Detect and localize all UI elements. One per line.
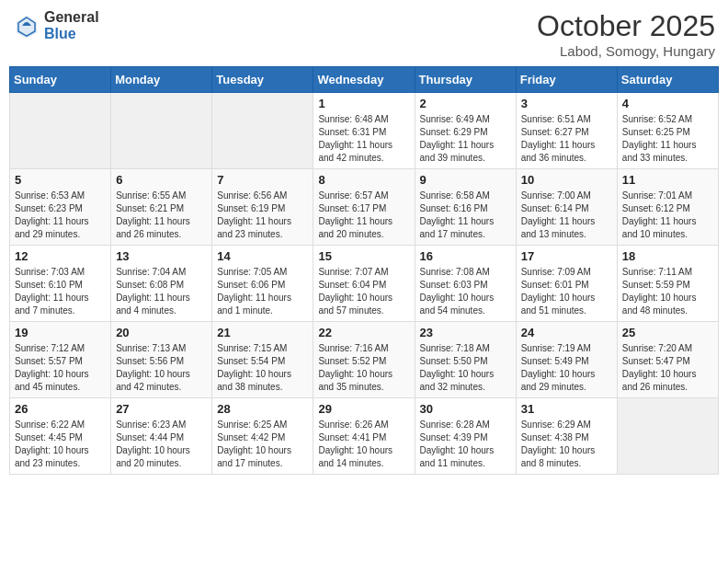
day-number: 18 bbox=[622, 249, 713, 263]
day-number: 14 bbox=[217, 249, 308, 263]
calendar-cell: 12Sunrise: 7:03 AM Sunset: 6:10 PM Dayli… bbox=[10, 246, 111, 322]
day-info: Sunrise: 6:23 AM Sunset: 4:44 PM Dayligh… bbox=[116, 419, 207, 470]
calendar-cell: 31Sunrise: 6:29 AM Sunset: 4:38 PM Dayli… bbox=[516, 398, 617, 475]
day-number: 16 bbox=[420, 249, 511, 263]
day-info: Sunrise: 7:15 AM Sunset: 5:54 PM Dayligh… bbox=[217, 342, 308, 394]
calendar-cell: 2Sunrise: 6:49 AM Sunset: 6:29 PM Daylig… bbox=[415, 93, 516, 169]
weekday-header-thursday: Thursday bbox=[415, 67, 516, 93]
calendar-cell: 19Sunrise: 7:12 AM Sunset: 5:57 PM Dayli… bbox=[10, 322, 111, 398]
logo-text: General Blue bbox=[44, 9, 99, 41]
day-number: 24 bbox=[521, 326, 612, 339]
weekday-header-sunday: Sunday bbox=[10, 67, 111, 93]
day-info: Sunrise: 6:55 AM Sunset: 6:21 PM Dayligh… bbox=[116, 190, 207, 241]
calendar-cell: 24Sunrise: 7:19 AM Sunset: 5:49 PM Dayli… bbox=[516, 322, 617, 398]
day-info: Sunrise: 7:04 AM Sunset: 6:08 PM Dayligh… bbox=[116, 266, 207, 317]
day-number: 29 bbox=[318, 402, 409, 416]
day-number: 26 bbox=[15, 402, 106, 416]
day-info: Sunrise: 7:12 AM Sunset: 5:57 PM Dayligh… bbox=[15, 342, 106, 394]
day-info: Sunrise: 7:03 AM Sunset: 6:10 PM Dayligh… bbox=[15, 266, 106, 317]
day-info: Sunrise: 7:01 AM Sunset: 6:12 PM Dayligh… bbox=[622, 190, 713, 241]
day-info: Sunrise: 7:05 AM Sunset: 6:06 PM Dayligh… bbox=[217, 266, 308, 317]
day-info: Sunrise: 7:19 AM Sunset: 5:49 PM Dayligh… bbox=[521, 342, 612, 394]
day-number: 13 bbox=[116, 249, 207, 263]
calendar-cell: 7Sunrise: 6:56 AM Sunset: 6:19 PM Daylig… bbox=[212, 169, 313, 246]
day-number: 5 bbox=[15, 173, 106, 187]
day-info: Sunrise: 7:07 AM Sunset: 6:04 PM Dayligh… bbox=[318, 266, 409, 317]
weekday-header-friday: Friday bbox=[516, 67, 617, 93]
day-number: 20 bbox=[116, 326, 207, 339]
calendar-cell: 1Sunrise: 6:48 AM Sunset: 6:31 PM Daylig… bbox=[313, 93, 415, 169]
day-number: 3 bbox=[521, 97, 612, 110]
day-info: Sunrise: 7:16 AM Sunset: 5:52 PM Dayligh… bbox=[318, 342, 409, 394]
calendar-cell: 15Sunrise: 7:07 AM Sunset: 6:04 PM Dayli… bbox=[313, 246, 415, 322]
day-info: Sunrise: 6:25 AM Sunset: 4:42 PM Dayligh… bbox=[217, 419, 308, 470]
calendar-cell: 17Sunrise: 7:09 AM Sunset: 6:01 PM Dayli… bbox=[516, 246, 617, 322]
day-info: Sunrise: 7:09 AM Sunset: 6:01 PM Dayligh… bbox=[521, 266, 612, 317]
calendar-cell: 11Sunrise: 7:01 AM Sunset: 6:12 PM Dayli… bbox=[617, 169, 718, 246]
weekday-header-tuesday: Tuesday bbox=[212, 67, 313, 93]
day-number: 19 bbox=[15, 326, 106, 339]
day-info: Sunrise: 6:58 AM Sunset: 6:16 PM Dayligh… bbox=[420, 190, 511, 241]
location-text: Labod, Somogy, Hungary bbox=[537, 43, 715, 59]
calendar-cell: 22Sunrise: 7:16 AM Sunset: 5:52 PM Dayli… bbox=[313, 322, 415, 398]
calendar-cell: 10Sunrise: 7:00 AM Sunset: 6:14 PM Dayli… bbox=[516, 169, 617, 246]
day-number: 7 bbox=[217, 173, 308, 187]
calendar-cell: 14Sunrise: 7:05 AM Sunset: 6:06 PM Dayli… bbox=[212, 246, 313, 322]
calendar-week-row: 19Sunrise: 7:12 AM Sunset: 5:57 PM Dayli… bbox=[10, 322, 719, 398]
day-number: 12 bbox=[15, 249, 106, 263]
day-info: Sunrise: 7:18 AM Sunset: 5:50 PM Dayligh… bbox=[420, 342, 511, 394]
day-info: Sunrise: 6:22 AM Sunset: 4:45 PM Dayligh… bbox=[15, 419, 106, 470]
day-info: Sunrise: 7:13 AM Sunset: 5:56 PM Dayligh… bbox=[116, 342, 207, 394]
day-number: 1 bbox=[318, 97, 409, 110]
day-info: Sunrise: 7:00 AM Sunset: 6:14 PM Dayligh… bbox=[521, 190, 612, 241]
day-info: Sunrise: 6:51 AM Sunset: 6:27 PM Dayligh… bbox=[521, 113, 612, 165]
calendar-cell bbox=[10, 93, 111, 169]
page-header: General Blue October 2025 Labod, Somogy,… bbox=[9, 9, 719, 59]
day-number: 21 bbox=[217, 326, 308, 339]
day-number: 27 bbox=[116, 402, 207, 416]
calendar-cell: 5Sunrise: 6:53 AM Sunset: 6:23 PM Daylig… bbox=[10, 169, 111, 246]
title-block: October 2025 Labod, Somogy, Hungary bbox=[537, 9, 715, 59]
day-info: Sunrise: 7:11 AM Sunset: 5:59 PM Dayligh… bbox=[622, 266, 713, 317]
calendar-cell: 29Sunrise: 6:26 AM Sunset: 4:41 PM Dayli… bbox=[313, 398, 415, 475]
weekday-header-saturday: Saturday bbox=[617, 67, 718, 93]
day-number: 22 bbox=[318, 326, 409, 339]
day-number: 28 bbox=[217, 402, 308, 416]
calendar-cell: 28Sunrise: 6:25 AM Sunset: 4:42 PM Dayli… bbox=[212, 398, 313, 475]
svg-marker-0 bbox=[17, 15, 38, 38]
calendar-week-row: 1Sunrise: 6:48 AM Sunset: 6:31 PM Daylig… bbox=[10, 93, 719, 169]
day-info: Sunrise: 6:52 AM Sunset: 6:25 PM Dayligh… bbox=[622, 113, 713, 165]
weekday-header-monday: Monday bbox=[111, 67, 212, 93]
day-info: Sunrise: 6:56 AM Sunset: 6:19 PM Dayligh… bbox=[217, 190, 308, 241]
calendar-cell: 23Sunrise: 7:18 AM Sunset: 5:50 PM Dayli… bbox=[415, 322, 516, 398]
month-title: October 2025 bbox=[537, 9, 715, 43]
weekday-header-row: SundayMondayTuesdayWednesdayThursdayFrid… bbox=[10, 67, 719, 93]
day-number: 25 bbox=[622, 326, 713, 339]
day-number: 2 bbox=[420, 97, 511, 110]
calendar-week-row: 26Sunrise: 6:22 AM Sunset: 4:45 PM Dayli… bbox=[10, 398, 719, 475]
day-number: 9 bbox=[420, 173, 511, 187]
calendar-cell: 30Sunrise: 6:28 AM Sunset: 4:39 PM Dayli… bbox=[415, 398, 516, 475]
calendar-cell: 20Sunrise: 7:13 AM Sunset: 5:56 PM Dayli… bbox=[111, 322, 212, 398]
day-number: 10 bbox=[521, 173, 612, 187]
day-number: 6 bbox=[116, 173, 207, 187]
calendar-cell: 21Sunrise: 7:15 AM Sunset: 5:54 PM Dayli… bbox=[212, 322, 313, 398]
day-info: Sunrise: 7:08 AM Sunset: 6:03 PM Dayligh… bbox=[420, 266, 511, 317]
day-number: 30 bbox=[420, 402, 511, 416]
day-number: 11 bbox=[622, 173, 713, 187]
calendar-week-row: 5Sunrise: 6:53 AM Sunset: 6:23 PM Daylig… bbox=[10, 169, 719, 246]
weekday-header-wednesday: Wednesday bbox=[313, 67, 415, 93]
calendar-cell: 16Sunrise: 7:08 AM Sunset: 6:03 PM Dayli… bbox=[415, 246, 516, 322]
day-number: 23 bbox=[420, 326, 511, 339]
calendar-table: SundayMondayTuesdayWednesdayThursdayFrid… bbox=[9, 66, 719, 475]
day-number: 8 bbox=[318, 173, 409, 187]
calendar-cell bbox=[212, 93, 313, 169]
calendar-cell: 9Sunrise: 6:58 AM Sunset: 6:16 PM Daylig… bbox=[415, 169, 516, 246]
logo-blue-text: Blue bbox=[44, 26, 99, 42]
calendar-cell: 8Sunrise: 6:57 AM Sunset: 6:17 PM Daylig… bbox=[313, 169, 415, 246]
day-info: Sunrise: 6:53 AM Sunset: 6:23 PM Dayligh… bbox=[15, 190, 106, 241]
day-number: 31 bbox=[521, 402, 612, 416]
day-info: Sunrise: 6:26 AM Sunset: 4:41 PM Dayligh… bbox=[318, 419, 409, 470]
day-info: Sunrise: 7:20 AM Sunset: 5:47 PM Dayligh… bbox=[622, 342, 713, 394]
calendar-cell: 3Sunrise: 6:51 AM Sunset: 6:27 PM Daylig… bbox=[516, 93, 617, 169]
